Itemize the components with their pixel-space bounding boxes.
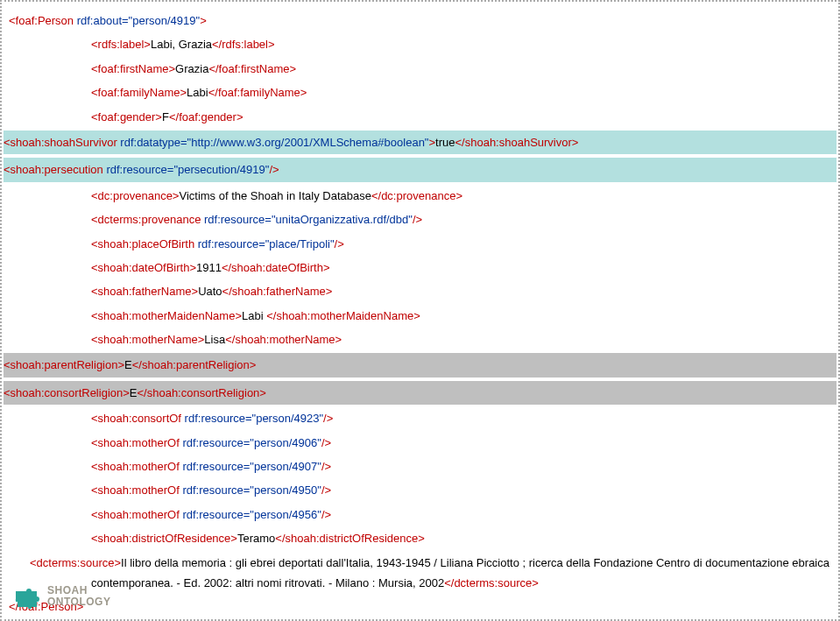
code-line: <shoah:placeOfBirth rdf:resource="place/… xyxy=(4,232,836,256)
closing-tag: </foaf:Person> xyxy=(4,595,836,618)
code-line: <shoah:motherOf rdf:resource="person/495… xyxy=(4,478,836,502)
code-line: <shoah:consortReligion>E</shoah:consortR… xyxy=(4,379,836,406)
code-line: <foaf:gender>F</foaf:gender> xyxy=(4,105,836,129)
code-line: <shoah:motherOf rdf:resource="person/495… xyxy=(4,503,836,526)
code-line: <shoah:motherOf rdf:resource="person/490… xyxy=(4,455,836,478)
code-line: <dcterms:provenance rdf:resource="unitaO… xyxy=(4,208,836,231)
code-line: <shoah:shoahSurvivor rdf:datatype="http:… xyxy=(4,129,836,156)
code-line: <shoah:persecution rdf:resource="persecu… xyxy=(4,156,836,183)
code-line: <shoah:motherMaidenName>Labi </shoah:mot… xyxy=(4,304,836,328)
code-line: <rdfs:label>Labi, Grazia</rdfs:label> xyxy=(4,32,836,56)
code-line: <shoah:parentReligion>E</shoah:parentRel… xyxy=(4,351,836,378)
puzzle-icon xyxy=(11,581,42,612)
code-line: <shoah:dateOfBirth>1911</shoah:dateOfBir… xyxy=(4,256,836,279)
code-line: <foaf:familyName>Labi</foaf:familyName> xyxy=(4,81,836,104)
code-line: <shoah:motherOf rdf:resource="person/490… xyxy=(4,431,836,455)
tag-close: </dcterms:source> xyxy=(444,576,539,589)
tag-open: <dcterms:source> xyxy=(30,556,121,569)
code-line: <shoah:fatherName>Uato</shoah:fatherName… xyxy=(4,279,836,303)
footer-logo: SHOAH ONTOLOGY xyxy=(11,581,110,612)
code-line: <dc:provenance>Victims of the Shoah in I… xyxy=(4,184,836,208)
code-line: <shoah:districtOfResidence>Teramo</shoah… xyxy=(4,526,836,550)
xml-code-block: <foaf:Person rdf:about="person/4919"><rd… xyxy=(4,9,836,551)
source-line: <dcterms:source>Il libro della memoria :… xyxy=(4,551,836,596)
code-line: <shoah:motherName>Lisa</shoah:motherName… xyxy=(4,328,836,351)
code-line: <foaf:Person rdf:about="person/4919"> xyxy=(4,9,836,32)
code-line: <foaf:firstName>Grazia</foaf:firstName> xyxy=(4,57,836,81)
code-line: <shoah:consortOf rdf:resource="person/49… xyxy=(4,406,836,430)
footer-text: SHOAH ONTOLOGY xyxy=(47,585,110,608)
